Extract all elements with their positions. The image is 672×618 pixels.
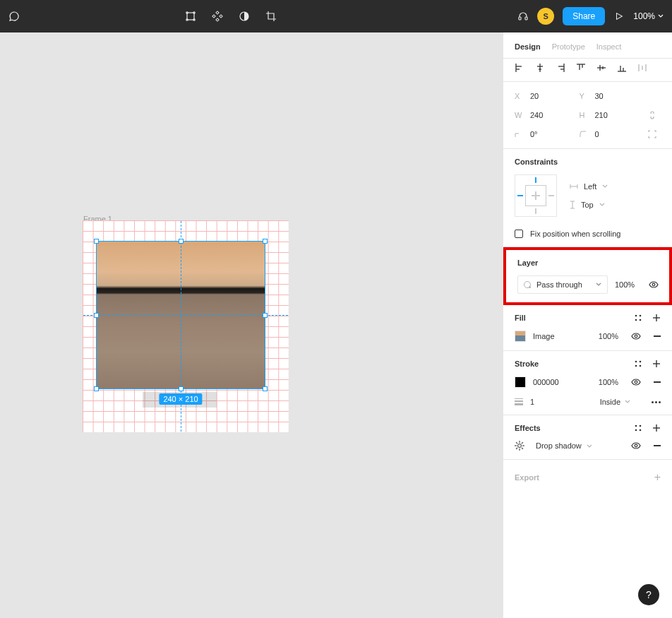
stroke-opacity-field[interactable]: 100% [599, 378, 618, 386]
add-stroke-icon[interactable] [652, 359, 661, 368]
fill-swatch[interactable] [515, 331, 526, 342]
resize-handle-r[interactable] [263, 313, 268, 318]
align-vcenter-icon[interactable] [596, 63, 606, 73]
zoom-level[interactable]: 100% [633, 11, 664, 21]
svg-point-43 [640, 319, 642, 321]
effect-visibility-toggle[interactable] [631, 441, 641, 451]
fix-position-checkbox[interactable] [515, 230, 523, 238]
effects-title: Effects [515, 424, 541, 432]
svg-point-53 [635, 381, 637, 384]
height-field[interactable]: H210 [580, 110, 644, 120]
stroke-styles-icon[interactable] [634, 359, 642, 368]
effect-settings-icon[interactable] [515, 441, 524, 451]
tab-prototype[interactable]: Prototype [552, 42, 585, 51]
zoom-value: 100% [633, 11, 655, 21]
y-field[interactable]: Y30 [580, 92, 644, 100]
guide-horizontal [83, 315, 288, 316]
stroke-title: Stroke [515, 359, 539, 368]
constraint-vertical-select[interactable]: Top [570, 201, 608, 209]
svg-point-48 [640, 361, 642, 363]
svg-point-54 [635, 425, 637, 427]
svg-point-55 [640, 425, 642, 427]
crop-icon[interactable] [265, 11, 277, 22]
fill-styles-icon[interactable] [634, 314, 642, 322]
components-icon[interactable] [212, 11, 223, 22]
align-right-icon[interactable] [556, 63, 565, 73]
x-field[interactable]: X20 [515, 92, 580, 100]
resize-handle-br[interactable] [263, 386, 268, 391]
headphones-icon[interactable] [517, 11, 529, 22]
svg-point-40 [635, 315, 637, 317]
svg-point-39 [652, 283, 655, 286]
fix-position-label: Fix position when scrolling [530, 230, 620, 238]
align-top-icon[interactable] [576, 63, 586, 73]
resize-handle-tl[interactable] [94, 239, 99, 244]
distribute-icon [637, 63, 647, 73]
tab-design[interactable]: Design [515, 42, 541, 51]
add-export-icon[interactable]: + [654, 471, 661, 484]
stroke-weight-field[interactable]: 1 [530, 398, 534, 406]
svg-point-56 [635, 429, 637, 432]
svg-point-41 [640, 315, 642, 317]
align-hcenter-icon[interactable] [535, 63, 545, 73]
resize-handle-bl[interactable] [94, 386, 99, 391]
add-effect-icon[interactable] [652, 424, 661, 432]
fill-visibility-toggle[interactable] [631, 331, 641, 341]
remove-stroke-icon[interactable] [654, 381, 661, 383]
svg-rect-10 [519, 17, 521, 20]
svg-rect-8 [220, 15, 222, 18]
export-title: Export [515, 473, 539, 482]
svg-rect-11 [525, 17, 527, 20]
corner-radius-field[interactable]: 0 [580, 130, 644, 138]
stroke-weight-icon [515, 398, 523, 406]
constraints-widget[interactable] [515, 174, 557, 217]
align-bottom-icon[interactable] [617, 63, 627, 73]
present-icon[interactable] [613, 11, 625, 22]
svg-point-47 [635, 361, 637, 363]
tab-inspect[interactable]: Inspect [596, 42, 621, 51]
canvas[interactable]: Frame 1 240 × 210 [0, 32, 503, 618]
constrain-proportions-icon[interactable] [644, 110, 661, 120]
avatar[interactable]: S [537, 8, 554, 25]
independent-corners-icon[interactable] [644, 130, 661, 138]
constraints-title: Constraints [515, 158, 661, 166]
layer-opacity-field[interactable]: 100% [615, 280, 635, 289]
svg-rect-6 [216, 18, 219, 21]
layer-title: Layer [517, 259, 658, 267]
svg-point-42 [635, 319, 637, 321]
speech-bubble-icon[interactable] [8, 11, 20, 22]
share-button[interactable]: Share [563, 7, 605, 25]
stroke-advanced-icon[interactable] [652, 401, 661, 403]
svg-rect-7 [212, 15, 215, 18]
svg-point-60 [635, 444, 637, 447]
constraint-horizontal-select[interactable]: Left [570, 182, 608, 191]
remove-effect-icon[interactable] [654, 445, 661, 446]
rotation-field[interactable]: 0° [515, 130, 580, 138]
effect-type-select[interactable]: Drop shadow [536, 441, 592, 450]
align-left-icon[interactable] [515, 63, 524, 73]
stroke-visibility-toggle[interactable] [631, 377, 641, 387]
fill-opacity-field[interactable]: 100% [599, 332, 618, 340]
svg-point-46 [635, 335, 637, 338]
layer-visibility-toggle[interactable] [649, 280, 659, 290]
stroke-color-field[interactable]: 000000 [533, 378, 559, 386]
help-button[interactable]: ? [638, 584, 659, 605]
properties-panel: Design Prototype Inspect X20 Y30 W240 H2… [503, 32, 672, 618]
width-field[interactable]: W240 [515, 110, 580, 120]
resize-handle-l[interactable] [94, 313, 99, 318]
svg-point-50 [640, 365, 642, 367]
resize-handle-b[interactable] [179, 386, 184, 391]
frame[interactable]: 240 × 210 [83, 220, 289, 432]
effects-styles-icon[interactable] [634, 424, 642, 432]
add-fill-icon[interactable] [652, 314, 661, 322]
stroke-align-select[interactable]: Inside [600, 398, 630, 406]
selected-image-layer[interactable]: 240 × 210 [96, 241, 265, 389]
resize-handle-t[interactable] [179, 239, 184, 244]
mask-icon[interactable] [239, 11, 250, 22]
fill-title: Fill [515, 314, 526, 322]
frame-tool-icon[interactable] [185, 11, 196, 22]
resize-handle-tr[interactable] [263, 239, 268, 244]
blend-mode-select[interactable]: Pass through [517, 275, 608, 294]
remove-fill-icon[interactable] [654, 335, 661, 337]
stroke-swatch[interactable] [515, 376, 526, 388]
